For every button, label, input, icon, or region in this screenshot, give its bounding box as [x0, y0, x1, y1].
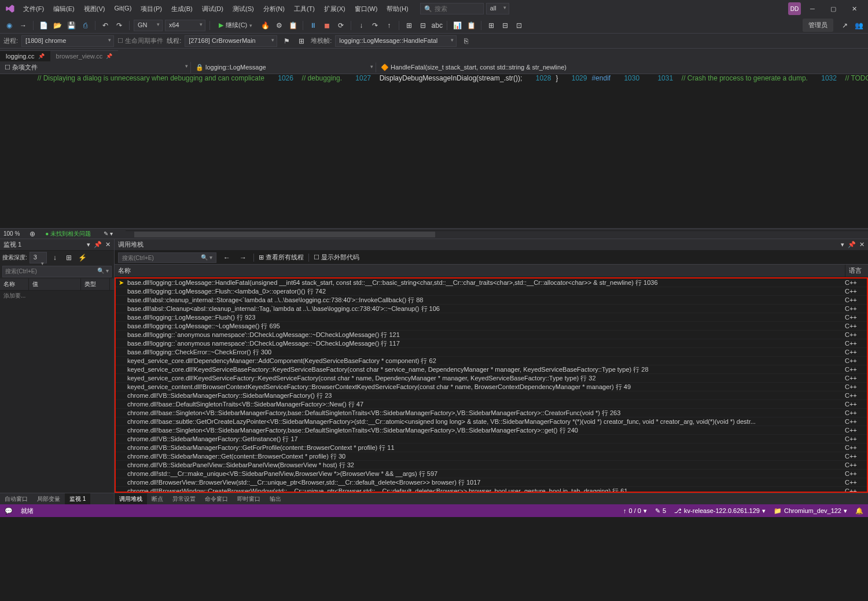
stack-frame-row[interactable]: chrome.dll!base::subtle::GetOrCreateLazy… [116, 417, 867, 426]
stack-frame-row[interactable]: base.dll!logging::LogMessage::Flush::<la… [116, 287, 867, 296]
menu-item[interactable]: 工具(T) [289, 2, 319, 16]
hot-reload-icon[interactable]: 🔥 [259, 20, 271, 31]
process-combo[interactable]: [1808] chrome [21, 35, 114, 47]
bot-tab[interactable]: 命令窗口 [200, 493, 233, 504]
view-all-threads[interactable]: ⊞ 查看所有线程 [259, 253, 304, 262]
menu-item[interactable]: 编辑(E) [49, 2, 79, 16]
step-over-icon[interactable]: ↷ [369, 20, 381, 31]
nav-prev-icon[interactable]: ← [221, 252, 233, 263]
stack-frame-row[interactable]: base.dll!logging::LogMessage::~LogMessag… [116, 322, 867, 331]
stack-frame-row[interactable]: base.dll!logging::CheckError::~CheckErro… [116, 348, 867, 357]
live-share-icon[interactable]: 👥 [853, 20, 865, 31]
watch-col-header[interactable]: 类型 [81, 278, 110, 290]
thread-icon[interactable]: ⊞ [296, 35, 307, 47]
step-out-icon[interactable]: ↑ [383, 20, 395, 31]
zoom-level[interactable]: 100 % [3, 230, 20, 237]
stackframe-icon[interactable]: ⎘ [460, 35, 472, 47]
global-search[interactable]: 🔍 [420, 3, 484, 14]
zoom-btn[interactable]: ⊕ [27, 228, 38, 240]
pause-icon[interactable]: ⏸ [307, 20, 319, 31]
tb-misc4[interactable]: 📊 [451, 20, 463, 31]
tb-misc8[interactable]: ⊡ [513, 20, 525, 31]
repo-indicator[interactable]: 📁 Chromium_dev_122 ▾ [774, 507, 847, 515]
continue-button[interactable]: ▶ 继续(C) ▾ [214, 20, 257, 31]
warning-count[interactable]: ✎ 5 [655, 507, 666, 515]
dropdown-icon[interactable]: ▾ [841, 241, 844, 248]
bot-tab[interactable]: 输出 [265, 493, 286, 504]
wt-icon3[interactable]: ⚡ [77, 252, 89, 263]
close-button[interactable]: ✕ [845, 2, 863, 16]
menu-item[interactable]: 窗口(W) [350, 2, 382, 16]
dbg-tb-icon[interactable]: ⚙ [273, 20, 285, 31]
menu-item[interactable]: Git(G) [109, 2, 136, 16]
menu-item[interactable]: 项目(P) [136, 2, 167, 16]
share-icon[interactable]: ↗ [839, 20, 851, 31]
restart-icon[interactable]: ⟳ [335, 20, 347, 31]
feedback-icon[interactable]: 💬 [5, 507, 13, 515]
editor-tab[interactable]: browser_view.cc 📌 [50, 50, 119, 61]
nav-fwd-icon[interactable]: → [17, 20, 29, 31]
bot-tab[interactable]: 监视 1 [65, 493, 90, 504]
stop-icon[interactable]: ◼ [321, 20, 333, 31]
stack-frame-row[interactable]: chrome.dll!VB::SidebarManagerFactory::Ge… [116, 435, 867, 444]
menu-item[interactable]: 扩展(X) [319, 2, 350, 16]
horizontal-scrollbar[interactable] [126, 230, 868, 237]
stack-frame-row[interactable]: ➤base.dll!logging::LogMessage::HandleFat… [116, 278, 867, 287]
maximize-button[interactable]: ▢ [824, 2, 843, 16]
platform-combo[interactable]: x64 [165, 20, 205, 31]
wt-icon1[interactable]: ↓ [49, 252, 61, 263]
tool-icon[interactable]: ✎ ▾ [104, 230, 113, 237]
notification-icon[interactable]: 🔔 [855, 507, 863, 515]
stack-frame-row[interactable]: chrome.dll!VB::SidebarPanelView::Sidebar… [116, 461, 867, 470]
stack-frame-row[interactable]: base.dll!logging::`anonymous namespace':… [116, 339, 867, 348]
redo-icon[interactable]: ↷ [113, 20, 125, 31]
tb-misc7[interactable]: ⊟ [499, 20, 511, 31]
pin-icon[interactable]: 📌 [106, 53, 112, 59]
step-into-icon[interactable]: ↓ [355, 20, 367, 31]
watch-col-header[interactable]: 值 [29, 278, 81, 290]
close-icon[interactable]: ✕ [105, 241, 111, 248]
stackframe-combo[interactable]: logging::LogMessage::HandleFatal [335, 35, 457, 47]
search-scope[interactable]: all [486, 3, 509, 14]
wt-icon2[interactable]: ⊞ [63, 252, 75, 263]
stack-frame-row[interactable]: base.dll!absl::Cleanup<absl::cleanup_int… [116, 305, 867, 313]
stack-frame-row[interactable]: base.dll!logging::`anonymous namespace':… [116, 331, 867, 339]
show-external[interactable]: ☐ 显示外部代码 [314, 253, 359, 262]
stack-frame-row[interactable]: keyed_service_core.dll!DependencyManager… [116, 357, 867, 365]
stack-frame-row[interactable]: chrome.dll!VB::SidebarManagerFactory::Si… [116, 391, 867, 400]
bot-tab[interactable]: 异常设置 [168, 493, 200, 504]
pin-icon[interactable]: 📌 [848, 241, 856, 248]
callstack-search[interactable]: 搜索(Ctrl+E) 🔍 ▾ [118, 252, 216, 263]
error-count[interactable]: ↑ 0 / 0 ▾ [623, 507, 647, 515]
branch-indicator[interactable]: ⎇ kv-release-122.0.6261.129 ▾ [674, 507, 766, 515]
stack-frame-row[interactable]: chrome.dll!std::__Cr::make_unique<VB::Si… [116, 470, 867, 478]
menu-item[interactable]: 测试(S) [228, 2, 259, 16]
stack-frame-row[interactable]: keyed_service_core.dll!KeyedServiceFacto… [116, 374, 867, 383]
pin-icon[interactable]: 📌 [38, 53, 45, 59]
stack-frame-row[interactable]: keyed_service_content.dll!BrowserContext… [116, 383, 867, 391]
nav-class[interactable]: 🔒 logging::LogMessage [191, 63, 376, 72]
save-all-icon[interactable]: ⎙ [79, 20, 91, 31]
depth-combo[interactable]: 3 [30, 252, 47, 263]
issues-indicator[interactable]: ● 未找到相关问题 [45, 230, 91, 238]
config-combo[interactable]: GN [134, 20, 163, 31]
menu-item[interactable]: 帮助(H) [382, 2, 413, 16]
col-lang-header[interactable]: 语言 [845, 265, 868, 277]
watch-col-header[interactable]: 名称 [0, 278, 29, 290]
dropdown-icon[interactable]: ▾ [87, 241, 90, 248]
code-editor[interactable]: // Displaying a dialog is unnecessary wh… [0, 74, 868, 228]
tb-misc1[interactable]: ⊞ [403, 20, 415, 31]
search-input[interactable] [435, 5, 480, 12]
menu-item[interactable]: 视图(V) [79, 2, 110, 16]
tb-misc5[interactable]: 📋 [465, 20, 477, 31]
minimize-button[interactable]: ─ [803, 2, 822, 16]
bot-tab[interactable]: 断点 [147, 493, 168, 504]
stack-frame-row[interactable]: chrome.dll!base::DefaultSingletonTraits<… [116, 400, 867, 409]
watch-body[interactable]: 添加要... [0, 291, 114, 393]
stack-frame-row[interactable]: chrome.dll!VB::SidebarManagerFactory::Ge… [116, 444, 867, 452]
col-name-header[interactable]: 名称 [115, 265, 845, 277]
stack-frame-row[interactable]: keyed_service_core.dll!KeyedServiceBaseF… [116, 365, 867, 374]
nav-back-icon[interactable]: ◉ [3, 20, 15, 31]
menu-item[interactable]: 分析(N) [259, 2, 289, 16]
menu-item[interactable]: 调试(D) [197, 2, 228, 16]
